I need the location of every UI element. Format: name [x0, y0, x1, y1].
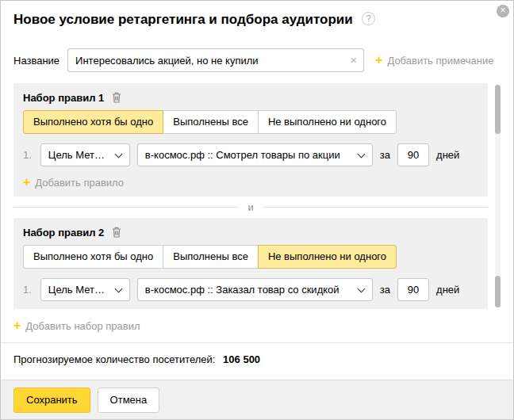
goal-type-label: Цель Метри... — [48, 284, 108, 296]
scrollbar-thumb[interactable] — [495, 85, 501, 134]
days-input[interactable] — [397, 143, 429, 166]
days-label: дней — [436, 149, 459, 161]
goal-label: в-космос.рф :: Заказал товар со скидкой — [145, 284, 339, 296]
trash-icon[interactable] — [112, 227, 121, 238]
goal-select[interactable]: в-космос.рф :: Смотрел товары по акции — [137, 143, 373, 166]
rule-set-1-panel: Набор правил 1 Выполнено хотя бы одно Вы… — [13, 83, 488, 197]
goal-type-select[interactable]: Цель Метри... — [40, 143, 130, 166]
rule-set-1-header: Набор правил 1 — [23, 91, 478, 104]
forecast-value: 106 500 — [223, 353, 260, 365]
trash-icon[interactable] — [112, 92, 121, 103]
chevron-down-icon — [115, 151, 122, 158]
clear-input-icon[interactable]: × — [350, 53, 357, 67]
rule-number: 1. — [23, 149, 32, 161]
mode-none-button[interactable]: Не выполнено ни одного — [258, 110, 397, 134]
goal-type-select[interactable]: Цель Метри... — [40, 278, 130, 301]
help-icon[interactable]: ? — [362, 12, 375, 25]
rule-sets-scroll-region: Набор правил 1 Выполнено хотя бы одно Вы… — [13, 83, 501, 309]
rule-set-2-panel: Набор правил 2 Выполнено хотя бы одно Вы… — [13, 218, 488, 309]
rule-set-2-header: Набор правил 2 — [23, 226, 478, 239]
goal-select[interactable]: в-космос.рф :: Заказал товар со скидкой — [137, 278, 373, 301]
dialog-title: Новое условие ретаргетинга и подбора ауд… — [13, 12, 353, 28]
name-input-wrap: × — [67, 48, 364, 72]
save-button[interactable]: Сохранить — [13, 388, 90, 413]
goal-type-label: Цель Метри... — [48, 149, 108, 161]
plus-icon: + — [13, 319, 21, 332]
and-label: и — [247, 201, 253, 213]
cancel-button[interactable]: Отмена — [98, 388, 160, 413]
mode-toggle-group: Выполнено хотя бы одно Выполнены все Не … — [23, 245, 478, 269]
days-label: дней — [436, 284, 459, 296]
name-row: Название × + Добавить примечание — [13, 48, 501, 72]
scrollbar-thumb[interactable] — [495, 276, 501, 307]
add-rule-label: Добавить правило — [35, 177, 124, 189]
name-label: Название — [13, 55, 59, 67]
divider — [1, 342, 513, 343]
add-note-label: Добавить примечание — [387, 55, 493, 67]
add-note-link[interactable]: + Добавить примечание — [375, 54, 493, 67]
mode-any-button[interactable]: Выполнено хотя бы одно — [23, 110, 163, 134]
mode-none-button[interactable]: Не выполнено ни одного — [258, 245, 397, 269]
mode-all-button[interactable]: Выполнены все — [163, 110, 259, 134]
rule-row: 1. Цель Метри... в-космос.рф :: Заказал … — [23, 278, 478, 301]
close-icon[interactable]: × — [497, 5, 509, 17]
goal-label: в-космос.рф :: Смотрел товары по акции — [145, 149, 340, 161]
chevron-down-icon — [115, 286, 122, 293]
plus-icon: + — [375, 54, 382, 67]
plus-icon: + — [23, 176, 30, 189]
chevron-down-icon — [358, 286, 365, 293]
add-rule-set-label: Добавить набор правил — [25, 320, 140, 332]
rule-row: 1. Цель Метри... в-космос.рф :: Смотрел … — [23, 143, 478, 166]
dialog-header: Новое условие ретаргетинга и подбора ауд… — [1, 1, 513, 28]
mode-any-button[interactable]: Выполнено хотя бы одно — [23, 245, 163, 269]
footer: Сохранить Отмена — [1, 380, 513, 419]
forecast-label: Прогнозируемое количество посетителей: — [13, 353, 215, 365]
mode-all-button[interactable]: Выполнены все — [163, 245, 259, 269]
forecast-row: Прогнозируемое количество посетителей: 1… — [13, 353, 501, 365]
days-input[interactable] — [397, 278, 429, 301]
for-label: за — [380, 149, 390, 161]
name-input[interactable] — [67, 48, 364, 72]
add-rule-set-link[interactable]: + Добавить набор правил — [13, 319, 501, 332]
for-label: за — [380, 284, 390, 296]
mode-toggle-group: Выполнено хотя бы одно Выполнены все Не … — [23, 110, 478, 134]
rule-number: 1. — [23, 284, 32, 296]
rule-set-title: Набор правил 2 — [23, 227, 104, 239]
chevron-down-icon — [358, 151, 365, 158]
retargeting-dialog: × Новое условие ретаргетинга и подбора а… — [0, 0, 514, 420]
rule-set-title: Набор правил 1 — [23, 92, 104, 104]
add-rule-link[interactable]: + Добавить правило — [23, 176, 478, 189]
and-separator: и — [13, 201, 488, 213]
